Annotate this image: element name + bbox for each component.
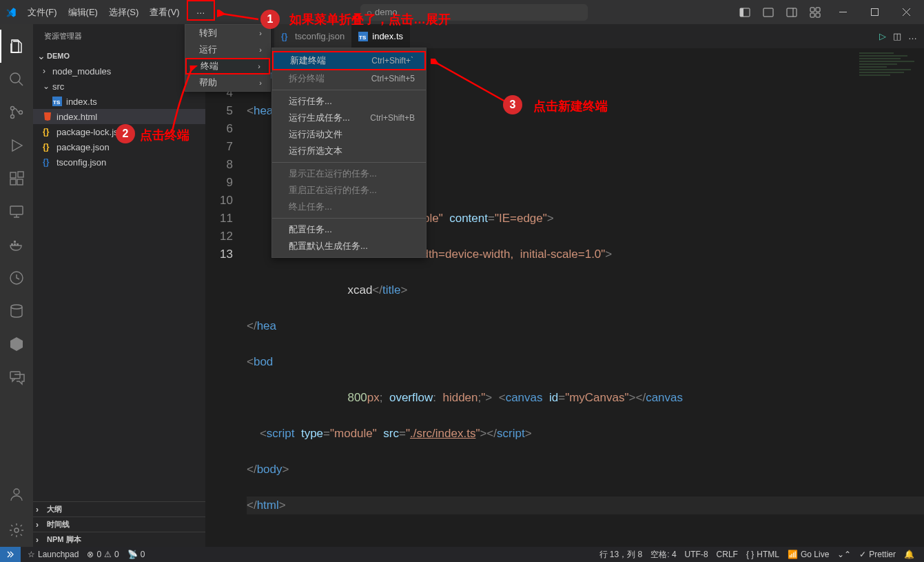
submenu-run-selected[interactable]: 运行所选文本 <box>272 143 426 159</box>
menu-goto[interactable]: 转到› <box>185 25 270 41</box>
menu-help[interactable]: 帮助› <box>185 74 270 91</box>
ports-status[interactable]: 📡 0 <box>123 550 150 559</box>
search-text: demo <box>375 7 398 17</box>
svg-rect-7 <box>810 13 814 17</box>
comments-icon[interactable] <box>0 361 33 394</box>
layout-customize-icon[interactable] <box>804 3 826 21</box>
cursor-position[interactable]: 行 13，列 8 <box>595 549 647 561</box>
menu-edit[interactable]: 编辑(E) <box>63 0 103 24</box>
svg-point-25 <box>11 305 22 309</box>
maximize-button[interactable] <box>859 0 890 24</box>
json-file-icon: {} <box>281 32 291 41</box>
menu-separator <box>272 218 426 219</box>
search-icon: ⌕ <box>367 7 372 17</box>
menu-run[interactable]: 运行› <box>185 41 270 58</box>
tab-bar: {}tsconfig.json TSindex.ts ▷ ◫ … <box>205 24 924 48</box>
submenu-show-running[interactable]: 显示正在运行的任务... <box>272 165 426 182</box>
tab-actions: ▷ ◫ … <box>872 24 924 48</box>
indentation-status[interactable]: 空格: 4 <box>646 549 680 561</box>
split-editor-icon[interactable]: ◫ <box>893 31 901 41</box>
minimap[interactable] <box>859 51 921 92</box>
tree-folder-node-modules[interactable]: ›node_modules <box>33 63 205 79</box>
close-button[interactable] <box>891 0 921 24</box>
sidebar-title: 资源管理器 … <box>33 24 205 48</box>
extensions-icon[interactable] <box>0 162 33 195</box>
svg-rect-38 <box>859 55 907 57</box>
menu-select[interactable]: 选择(S) <box>103 0 144 24</box>
prettier-status[interactable]: ✓ Prettier <box>855 549 900 561</box>
submenu-split-terminal[interactable]: 拆分终端Ctrl+Shift+5 <box>272 70 426 87</box>
account-icon[interactable] <box>0 478 33 511</box>
submenu-run-active[interactable]: 运行活动文件 <box>272 126 426 143</box>
menu-view[interactable]: 查看(V) <box>144 0 185 24</box>
submenu-restart-running[interactable]: 重启正在运行的任务... <box>272 182 426 199</box>
layout-secondary-icon[interactable] <box>781 3 803 21</box>
tab-index-ts[interactable]: TSindex.ts <box>351 24 410 48</box>
svg-point-11 <box>10 73 20 83</box>
svg-rect-23 <box>14 241 16 243</box>
search-icon[interactable] <box>0 63 33 96</box>
submenu-new-terminal[interactable]: 新建终端Ctrl+Shift+` <box>274 52 424 69</box>
eol-status[interactable]: CRLF <box>712 549 742 561</box>
menu-separator <box>272 90 426 90</box>
menu-file[interactable]: 文件(F) <box>22 0 63 24</box>
remote-indicator[interactable] <box>0 547 21 562</box>
submenu-config-task[interactable]: 配置任务... <box>272 221 426 238</box>
minimize-button[interactable] <box>828 0 858 24</box>
remote-explorer-icon[interactable] <box>0 195 33 228</box>
timeline-icon[interactable] <box>0 261 33 294</box>
tab-tsconfig[interactable]: {}tsconfig.json <box>274 24 351 48</box>
more-actions-icon[interactable]: … <box>908 31 917 41</box>
tree-file-tsconfig[interactable]: {}tsconfig.json <box>33 154 205 170</box>
hexagon-icon[interactable] <box>0 328 33 361</box>
source-control-icon[interactable] <box>0 96 33 129</box>
svg-rect-1 <box>740 8 743 17</box>
json-file-icon: {} <box>43 157 57 167</box>
submenu-terminate[interactable]: 终止任务... <box>272 199 426 215</box>
menu-overflow[interactable]: … <box>187 0 215 21</box>
run-debug-icon[interactable] <box>0 129 33 162</box>
submenu-run-build[interactable]: 运行生成任务...Ctrl+Shift+B <box>272 110 426 126</box>
explorer-icon[interactable] <box>0 30 33 63</box>
run-icon[interactable]: ▷ <box>879 31 886 41</box>
folder-label: node_modules <box>52 66 111 77</box>
menu-terminal[interactable]: 终端› <box>185 58 270 74</box>
notifications-icon[interactable]: 🔔 <box>900 549 918 561</box>
svg-rect-18 <box>18 172 23 177</box>
layout-bottom-icon[interactable] <box>757 3 779 21</box>
svg-rect-2 <box>763 8 773 17</box>
npm-scripts-panel[interactable]: ›NPM 脚本 <box>33 532 205 547</box>
svg-text:{}: {} <box>281 32 288 41</box>
submenu-run-task[interactable]: 运行任务... <box>272 93 426 110</box>
tree-folder-src[interactable]: ⌄src <box>33 79 205 94</box>
tree-file-index-html[interactable]: index.html <box>33 109 205 124</box>
chevron-right-icon: › <box>36 520 47 530</box>
command-center[interactable]: ⌕ demo <box>215 4 734 21</box>
database-icon[interactable] <box>0 294 33 328</box>
feedback-icon[interactable]: ⌄⌃ <box>833 549 855 561</box>
svg-rect-41 <box>859 63 897 65</box>
timeline-panel[interactable]: ›时间线 <box>33 516 205 532</box>
annotation-badge-1: 1 <box>260 10 280 29</box>
svg-rect-45 <box>859 74 890 76</box>
svg-point-12 <box>11 107 14 110</box>
outline-panel[interactable]: ›大纲 <box>33 501 205 516</box>
svg-rect-19 <box>10 206 23 214</box>
chevron-right-icon: › <box>259 79 262 87</box>
svg-rect-26 <box>10 372 20 379</box>
sidebar-title-label: 资源管理器 <box>44 31 82 41</box>
chevron-right-icon: › <box>259 29 262 37</box>
overflow-menu: 转到› 运行› 终端› 帮助› <box>185 24 271 92</box>
golive-status[interactable]: 📶 Go Live <box>783 549 833 561</box>
project-header[interactable]: ⌄ DEMO <box>33 48 205 63</box>
docker-icon[interactable] <box>0 228 33 261</box>
problems-status[interactable]: ⊗ 0 ⚠ 0 <box>83 550 123 559</box>
settings-gear-icon[interactable] <box>0 514 33 547</box>
submenu-config-default[interactable]: 配置默认生成任务... <box>272 238 426 254</box>
layout-primary-icon[interactable] <box>734 3 756 21</box>
language-status[interactable]: { } HTML <box>742 549 783 561</box>
encoding-status[interactable]: UTF-8 <box>681 549 712 561</box>
svg-rect-15 <box>10 172 16 178</box>
tree-file-index-ts[interactable]: TSindex.ts <box>33 94 205 109</box>
launchpad-status[interactable]: ☆ Launchpad <box>23 550 83 559</box>
